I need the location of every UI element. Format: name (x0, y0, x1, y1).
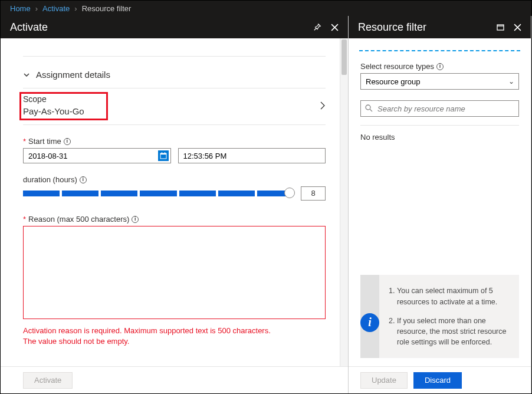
expander-label: Assignment details (36, 70, 110, 80)
scope-row[interactable]: Scope Pay-As-You-Go (23, 88, 326, 125)
svg-rect-1 (160, 153, 166, 155)
info-icon[interactable]: i (64, 138, 71, 145)
search-input[interactable] (360, 100, 519, 117)
activate-blade: Activate Assignment details Scope (1, 16, 349, 393)
resource-types-label: Select resource types i (360, 62, 519, 71)
blade-header: Resource filter (349, 16, 531, 38)
chevron-right-icon (320, 101, 326, 110)
close-icon[interactable] (331, 24, 339, 31)
svg-line-7 (370, 109, 372, 111)
start-time-input[interactable] (178, 148, 326, 163)
blade-header: Activate (1, 16, 348, 38)
breadcrumb-activate[interactable]: Activate (42, 4, 70, 13)
blade-title: Activate (10, 21, 48, 34)
info-icon[interactable]: i (80, 176, 87, 183)
breadcrumb-home[interactable]: Home (10, 4, 31, 13)
breadcrumb-current: Resource filter (82, 4, 132, 13)
azure-portal: Home › Activate › Resource filter Activa… (0, 0, 532, 394)
pin-icon[interactable] (313, 23, 321, 31)
search-icon (365, 104, 373, 112)
start-time-label: *Start time i (23, 137, 326, 146)
duration-slider[interactable] (23, 190, 294, 197)
footer-left: Activate (1, 366, 348, 393)
scope-label: Scope (23, 94, 84, 104)
start-date-input[interactable] (23, 148, 171, 163)
resource-type-select[interactable]: Resource group (360, 73, 519, 90)
reason-textarea[interactable] (23, 226, 326, 319)
error-message-2: The value should not be empty. (23, 336, 326, 347)
footer-right: Update Discard (349, 366, 531, 393)
svg-rect-2 (162, 152, 162, 154)
info-icon: i (360, 313, 379, 332)
maximize-icon[interactable] (497, 24, 504, 31)
chevron-right-icon: › (35, 4, 38, 13)
notice-item-2: If you select more than one resource, th… (397, 316, 510, 347)
blade-title: Resource filter (358, 21, 426, 34)
duration-label: duration (hours) i (23, 175, 326, 184)
scope-value: Pay-As-You-Go (23, 106, 84, 116)
notice-item-1: You can select maximum of 5 resources to… (397, 285, 510, 307)
resource-filter-blade: Resource filter Select resource types i … (349, 16, 531, 393)
calendar-icon[interactable] (158, 150, 169, 161)
info-notice: i You can select maximum of 5 resources … (360, 275, 519, 358)
error-message-1: Activation reason is required. Maximum s… (23, 326, 326, 336)
reason-label: *Reason (max 500 characters) i (23, 215, 326, 224)
info-icon[interactable]: i (436, 63, 444, 70)
update-button[interactable]: Update (360, 372, 408, 389)
breadcrumb: Home › Activate › Resource filter (1, 1, 531, 16)
chevron-down-icon (23, 71, 30, 78)
activate-button[interactable]: Activate (23, 372, 73, 389)
slider-thumb[interactable] (284, 188, 295, 198)
chevron-right-icon: › (74, 4, 77, 13)
svg-rect-3 (165, 152, 165, 154)
close-icon[interactable] (514, 24, 521, 31)
assignment-details-expander[interactable]: Assignment details (23, 67, 326, 88)
info-icon[interactable]: i (132, 216, 139, 223)
duration-value[interactable]: 8 (301, 186, 326, 201)
svg-rect-4 (497, 25, 504, 30)
no-results-text: No results (360, 125, 519, 142)
svg-point-6 (366, 105, 370, 110)
discard-button[interactable]: Discard (413, 372, 462, 389)
